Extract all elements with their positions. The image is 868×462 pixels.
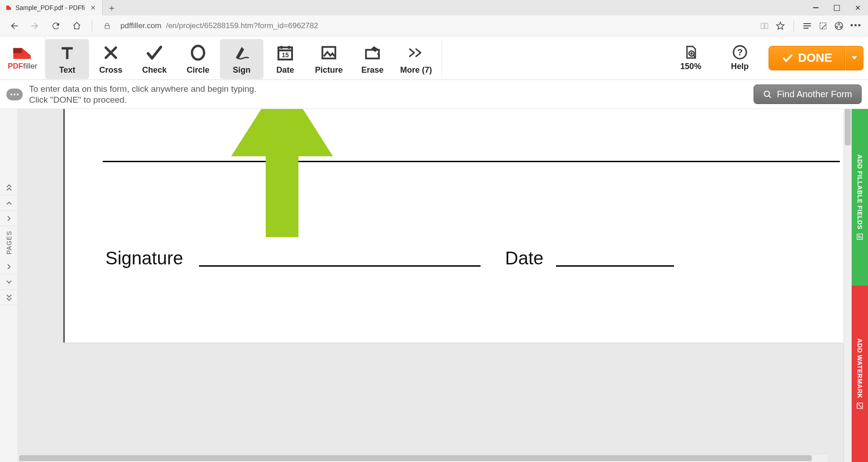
brand-logo-area[interactable]: PDFfiller	[0, 36, 45, 79]
pages-last-button[interactable]	[0, 290, 18, 305]
chevron-double-up-icon	[6, 184, 12, 191]
window-minimize-button[interactable]	[805, 0, 826, 15]
pages-next-button[interactable]	[0, 274, 18, 290]
tool-picture-label: Picture	[315, 65, 342, 75]
chevron-right-icon	[7, 215, 11, 222]
pages-collapse-button[interactable]	[0, 259, 18, 274]
tools-group: Text Cross Check Circle Sign 15 Date Pic…	[45, 36, 438, 79]
window-close-button[interactable]: ✕	[847, 0, 868, 15]
done-button[interactable]: DONE	[769, 46, 845, 70]
favorite-star-icon[interactable]	[775, 21, 785, 31]
check-icon	[144, 43, 164, 63]
browser-tab[interactable]: Sample_PDF.pdf - PDFfi ✕	[0, 0, 103, 15]
tool-sign[interactable]: Sign	[220, 39, 263, 79]
chevron-down-icon	[6, 280, 12, 284]
tool-check[interactable]: Check	[133, 39, 176, 79]
tool-date-label: Date	[276, 65, 294, 75]
document-canvas[interactable]: Signature Date	[18, 109, 843, 462]
scrollbar-thumb[interactable]	[19, 455, 812, 461]
address-bar[interactable]: pdffiller.com/en/project/65288159.htm?fo…	[120, 21, 754, 30]
tool-date[interactable]: 15 Date	[263, 39, 307, 79]
hub-icon[interactable]	[802, 21, 812, 30]
pdffiller-logo-icon	[12, 45, 34, 61]
workspace: PAGES Signature Date ADD FILLABLE FIELDS	[0, 109, 868, 462]
signature-line[interactable]	[199, 265, 481, 267]
refresh-icon	[51, 21, 60, 30]
tab-title: Sample_PDF.pdf - PDFfi	[15, 4, 85, 11]
share-icon[interactable]	[834, 21, 844, 31]
hint-line-2: Click "DONE" to proceed.	[29, 94, 257, 105]
tool-more[interactable]: More (7)	[394, 39, 438, 79]
add-fillable-fields-rail[interactable]: ADD FILLABLE FIELDS	[852, 109, 868, 286]
pages-first-button[interactable]	[0, 180, 18, 195]
calendar-icon: 15	[275, 43, 295, 63]
tool-text[interactable]: Text	[45, 39, 89, 79]
done-label: DONE	[798, 51, 832, 65]
text-icon	[57, 43, 77, 63]
svg-rect-8	[366, 50, 379, 59]
address-bar-row: pdffiller.com/en/project/65288159.htm?fo…	[0, 15, 868, 36]
hint-line-1: To enter data on this form, click anywhe…	[29, 84, 257, 94]
add-watermark-rail[interactable]: ADD WATERMARK	[852, 286, 868, 462]
tool-sign-label: Sign	[233, 65, 251, 75]
tool-picture[interactable]: Picture	[307, 39, 351, 79]
brand-name: PDFfiller	[8, 62, 37, 71]
tab-close-icon[interactable]: ✕	[89, 4, 98, 11]
notes-icon[interactable]	[818, 21, 828, 30]
erase-icon	[362, 43, 382, 63]
window-maximize-button[interactable]	[826, 0, 847, 15]
right-side-rails: ADD FILLABLE FIELDS ADD WATERMARK	[852, 109, 868, 462]
zoom-control[interactable]: 150%	[670, 45, 711, 71]
find-another-form-button[interactable]: Find Another Form	[754, 84, 862, 104]
watermark-icon	[856, 402, 863, 409]
document-horizontal-rule	[103, 161, 840, 162]
app-toolbar: PDFfiller Text Cross Check Circle Sign 1…	[0, 36, 868, 80]
hint-bar: To enter data on this form, click anywhe…	[0, 80, 868, 109]
done-dropdown[interactable]	[845, 46, 863, 70]
add-watermark-label: ADD WATERMARK	[856, 338, 863, 398]
horizontal-scrollbar[interactable]	[18, 454, 827, 462]
vertical-scrollbar[interactable]	[843, 109, 852, 462]
reading-view-icon[interactable]	[760, 21, 769, 30]
tool-check-label: Check	[142, 65, 167, 75]
document-page[interactable]: Signature Date	[64, 109, 843, 343]
tool-circle[interactable]: Circle	[176, 39, 220, 79]
help-label: Help	[731, 62, 749, 71]
browser-refresh-button[interactable]	[48, 18, 64, 34]
new-tab-button[interactable]: ＋	[103, 0, 121, 15]
help-icon: ?	[732, 45, 748, 60]
lock-icon	[104, 22, 111, 30]
browser-back-button[interactable]	[6, 18, 22, 34]
svg-point-1	[838, 23, 840, 25]
toolbar-right-group: 150% ? Help DONE	[670, 36, 868, 79]
find-another-label: Find Another Form	[777, 89, 852, 99]
zoom-label: 150%	[680, 62, 701, 71]
browser-home-button[interactable]	[69, 18, 84, 34]
site-info-button[interactable]	[99, 18, 115, 34]
search-icon	[763, 90, 772, 99]
tool-cross-label: Cross	[99, 65, 122, 75]
date-line[interactable]	[556, 265, 674, 267]
browser-forward-button[interactable]	[27, 18, 43, 34]
circle-icon	[188, 43, 208, 63]
url-path: /en/project/65288159.htm?form_id=6962782	[166, 21, 318, 30]
pages-expand-button[interactable]	[0, 211, 18, 226]
date-label: Date	[505, 248, 544, 268]
home-icon	[72, 21, 81, 30]
minimize-icon	[813, 7, 818, 8]
signature-label: Signature	[105, 248, 183, 268]
annotation-arrow-icon	[231, 109, 333, 237]
more-menu-icon[interactable]: •••	[850, 21, 862, 30]
scrollbar-thumb[interactable]	[845, 109, 851, 145]
tool-erase[interactable]: Erase	[351, 39, 394, 79]
pages-prev-button[interactable]	[0, 195, 18, 211]
picture-icon	[319, 43, 339, 63]
pages-sidebar: PAGES	[0, 109, 18, 462]
help-control[interactable]: ? Help	[719, 45, 760, 71]
pdffiller-favicon-icon	[5, 5, 12, 11]
checkmark-icon	[782, 52, 794, 64]
tool-cross[interactable]: Cross	[89, 39, 133, 79]
browser-chrome: Sample_PDF.pdf - PDFfi ✕ ＋ ✕ pdffiller.c…	[0, 0, 868, 36]
tab-strip: Sample_PDF.pdf - PDFfi ✕ ＋ ✕	[0, 0, 868, 15]
browser-right-controls: •••	[760, 20, 862, 32]
